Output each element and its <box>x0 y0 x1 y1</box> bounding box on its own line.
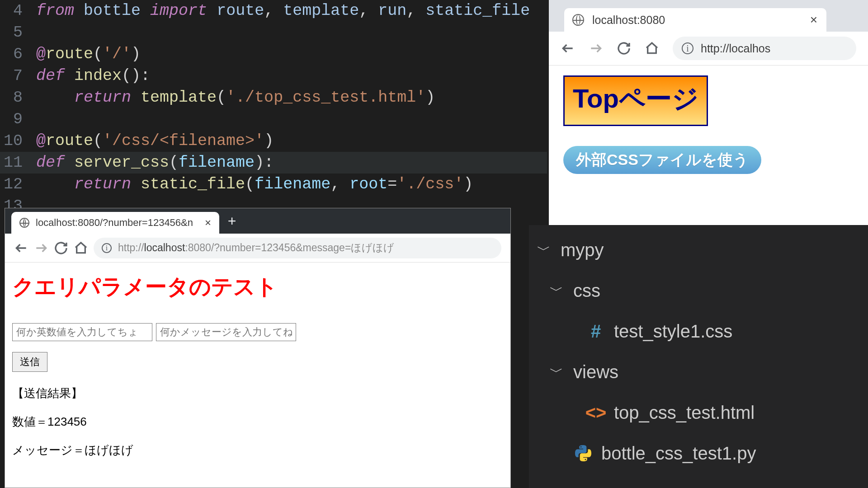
info-icon: i <box>682 42 693 54</box>
line-number: 9 <box>0 108 36 130</box>
file-label: top_css_test.html <box>614 403 755 423</box>
browser-form-window: localhost:8080/?number=123456&n × + i ht… <box>5 208 511 488</box>
globe-icon <box>19 218 29 228</box>
code-line[interactable]: 4from bottle import route, template, run… <box>0 0 547 22</box>
page-heading: Topページ <box>563 75 708 126</box>
browser-tab[interactable]: localhost:8080 × <box>564 8 826 32</box>
folder-label: views <box>573 362 618 382</box>
code-line[interactable]: 8 return template('./top_css_test.html') <box>0 87 547 108</box>
browser-page-content: Topページ 外部CSSファイルを使う <box>549 66 868 184</box>
line-number: 7 <box>0 65 36 87</box>
code-line[interactable]: 10@route('/css/<filename>') <box>0 130 547 152</box>
code-line[interactable]: 11def server_css(filename): <box>0 152 547 174</box>
python-icon <box>573 445 593 461</box>
back-icon[interactable] <box>14 241 25 255</box>
code-text: @route('/css/<filename>') <box>36 130 274 152</box>
line-number: 11 <box>0 152 36 174</box>
address-bar[interactable]: i http://localhos <box>673 37 856 60</box>
code-text: return template('./top_css_test.html') <box>36 87 435 108</box>
forward-icon[interactable] <box>589 41 603 56</box>
tab-title: localhost:8080/?number=123456&n <box>36 217 198 229</box>
submit-button[interactable]: 送信 <box>12 352 47 372</box>
file-css[interactable]: # test_style1.css <box>529 311 868 352</box>
close-icon[interactable]: × <box>810 13 817 27</box>
browser-top-window: localhost:8080 × i http://localhos Topペー… <box>549 0 868 225</box>
line-number: 10 <box>0 130 36 152</box>
code-line[interactable]: 12 return static_file(filename, root='./… <box>0 174 547 195</box>
file-explorer[interactable]: ﹀ mypy ﹀ css # test_style1.css ﹀ views <… <box>529 225 868 488</box>
code-text: @route('/') <box>36 43 141 65</box>
chevron-down-icon: ﹀ <box>537 241 552 259</box>
code-text: return static_file(filename, root='./css… <box>36 174 473 195</box>
info-icon: i <box>102 243 112 253</box>
pill-link[interactable]: 外部CSSファイルを使う <box>563 146 761 174</box>
folder-label: mypy <box>561 240 604 260</box>
file-label: test_style1.css <box>614 321 732 342</box>
globe-icon <box>572 14 584 26</box>
folder-label: css <box>573 281 600 301</box>
folder-root[interactable]: ﹀ mypy <box>529 230 868 270</box>
line-number: 5 <box>0 22 36 43</box>
line-number: 4 <box>0 0 36 22</box>
reload-icon[interactable] <box>617 41 631 56</box>
browser-page-content: クエリパラメータのテスト 送信 【送信結果】 数値＝123456 メッセージ＝ほ… <box>5 263 510 481</box>
number-input[interactable] <box>12 323 152 341</box>
browser-tab-bar: localhost:8080 × <box>549 0 868 32</box>
code-line[interactable]: 5 <box>0 22 547 43</box>
forward-icon[interactable] <box>34 241 45 255</box>
code-text: from bottle import route, template, run,… <box>36 0 530 22</box>
result-message: メッセージ＝ほげほげ <box>12 442 503 458</box>
browser-toolbar: i http://localhos <box>549 32 868 66</box>
url-text: http://localhos <box>701 42 770 55</box>
close-icon[interactable]: × <box>205 216 211 229</box>
line-number: 6 <box>0 43 36 65</box>
chevron-down-icon: ﹀ <box>550 282 565 300</box>
browser-toolbar: i http://localhost:8080/?number=123456&m… <box>5 234 510 263</box>
code-line[interactable]: 6@route('/') <box>0 43 547 65</box>
chevron-down-icon: ﹀ <box>550 363 565 381</box>
file-python[interactable]: bottle_css_test1.py <box>529 433 868 474</box>
hash-icon: # <box>586 321 606 342</box>
result-number: 数値＝123456 <box>12 414 503 430</box>
line-number: 8 <box>0 87 36 108</box>
browser-tab[interactable]: localhost:8080/?number=123456&n × <box>11 212 219 234</box>
result-section: 【送信結果】 数値＝123456 メッセージ＝ほげほげ <box>12 385 503 458</box>
result-heading: 【送信結果】 <box>12 385 503 401</box>
home-icon[interactable] <box>645 41 659 56</box>
code-text: def index(): <box>36 65 150 87</box>
code-line[interactable]: 7def index(): <box>0 65 547 87</box>
page-heading: クエリパラメータのテスト <box>12 272 503 301</box>
line-number: 12 <box>0 174 36 195</box>
file-html[interactable]: <> top_css_test.html <box>529 392 868 433</box>
message-input[interactable] <box>156 323 296 341</box>
browser-tab-bar: localhost:8080/?number=123456&n × + <box>5 208 510 234</box>
home-icon[interactable] <box>74 241 85 255</box>
code-text: def server_css(filename): <box>36 152 274 174</box>
file-label: bottle_css_test1.py <box>601 443 756 464</box>
new-tab-button[interactable]: + <box>219 213 245 230</box>
tab-title: localhost:8080 <box>592 14 802 27</box>
code-line[interactable]: 9 <box>0 108 547 130</box>
url-text: http://localhost:8080/?number=123456&mes… <box>118 241 394 255</box>
folder-views[interactable]: ﹀ views <box>529 352 868 392</box>
code-editor[interactable]: 4from bottle import route, template, run… <box>0 0 547 209</box>
folder-css[interactable]: ﹀ css <box>529 270 868 311</box>
address-bar[interactable]: i http://localhost:8080/?number=123456&m… <box>94 238 501 258</box>
code-icon: <> <box>586 403 606 423</box>
reload-icon[interactable] <box>54 241 65 255</box>
back-icon[interactable] <box>561 41 575 56</box>
